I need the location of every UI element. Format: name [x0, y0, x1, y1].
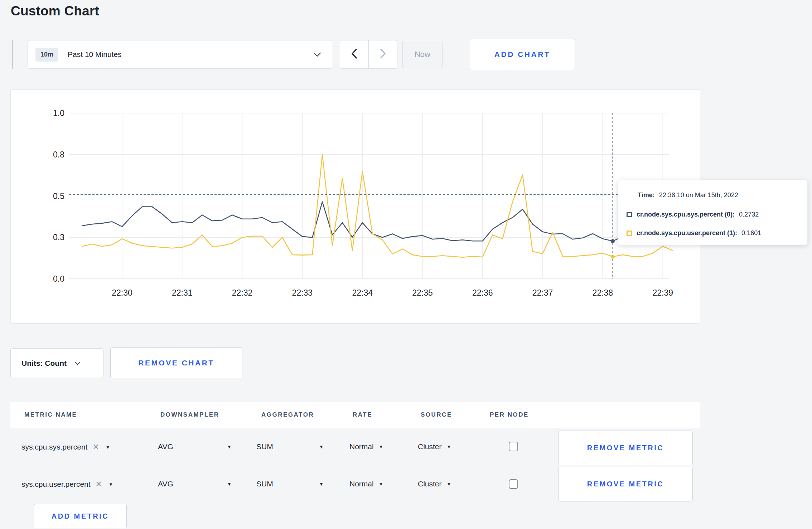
- units-select[interactable]: Units: Count: [10, 348, 103, 378]
- now-button-label: Now: [415, 50, 430, 59]
- add-chart-label: ADD CHART: [494, 50, 550, 59]
- source-select[interactable]: Cluster ▼: [418, 480, 451, 488]
- svg-text:22:33: 22:33: [292, 288, 313, 297]
- chevron-down-icon: [74, 361, 81, 365]
- source-select[interactable]: Cluster ▼: [418, 442, 451, 451]
- col-header-downsampler: DOWNSAMPLER: [160, 411, 219, 418]
- time-back-button[interactable]: [340, 40, 369, 68]
- remove-metric-button[interactable]: REMOVE METRIC: [558, 431, 693, 465]
- chart-panel: 0.00.30.50.81.022:3022:3122:3222:3322:34…: [10, 89, 700, 324]
- col-header-aggregator: AGGREGATOR: [261, 411, 314, 418]
- svg-text:0.0: 0.0: [53, 274, 64, 283]
- svg-text:0.3: 0.3: [53, 233, 64, 242]
- series-swatch-user-icon: [627, 230, 632, 236]
- caret-down-icon: ▼: [227, 481, 232, 487]
- now-button[interactable]: Now: [402, 41, 443, 68]
- svg-text:22:37: 22:37: [532, 288, 553, 297]
- time-window-badge: 10m: [35, 48, 58, 62]
- chevron-right-icon: [380, 49, 386, 60]
- col-header-per-node: PER NODE: [490, 411, 529, 418]
- svg-text:22:30: 22:30: [112, 288, 132, 297]
- caret-down-icon: ▼: [106, 445, 110, 450]
- remove-chart-label: REMOVE CHART: [138, 359, 214, 367]
- tooltip-time-label: Time:: [638, 191, 655, 199]
- caret-down-icon: ▼: [379, 481, 383, 487]
- svg-text:22:35: 22:35: [412, 288, 433, 297]
- svg-text:22:32: 22:32: [232, 288, 253, 297]
- add-chart-button[interactable]: ADD CHART: [470, 39, 575, 70]
- rate-select[interactable]: Normal ▼: [349, 442, 383, 451]
- series-swatch-sys-icon: [627, 212, 632, 217]
- units-label: Units: Count: [21, 359, 67, 368]
- chart-tooltip: Time: 22:38:10 on Mar 15th, 2022 cr.node…: [618, 180, 808, 245]
- svg-text:22:38: 22:38: [593, 288, 613, 297]
- toolbar-divider: [12, 40, 13, 69]
- svg-text:1.0: 1.0: [53, 108, 64, 118]
- caret-down-icon: ▼: [447, 444, 451, 450]
- downsampler-select[interactable]: AVG ▼: [158, 480, 173, 488]
- rate-select[interactable]: Normal ▼: [349, 480, 383, 488]
- per-node-checkbox[interactable]: [509, 479, 518, 489]
- downsampler-select[interactable]: AVG ▼: [158, 442, 173, 451]
- svg-text:22:34: 22:34: [352, 288, 373, 297]
- tooltip-series-0-name: cr.node.sys.cpu.sys.percent (0):: [637, 211, 735, 218]
- caret-down-icon: ▼: [108, 482, 113, 487]
- page-title: Custom Chart: [11, 4, 99, 19]
- clear-metric-icon[interactable]: ✕: [92, 442, 99, 452]
- caret-down-icon: ▼: [319, 444, 324, 450]
- time-window-select[interactable]: 10m Past 10 Minutes: [28, 40, 332, 69]
- metric-name-select[interactable]: sys.cpu.user.percent ✕ ▼: [21, 480, 113, 489]
- remove-metric-button[interactable]: REMOVE METRIC: [558, 467, 693, 501]
- time-window-label: Past 10 Minutes: [68, 50, 122, 59]
- col-header-source: SOURCE: [421, 411, 452, 418]
- svg-text:0.5: 0.5: [53, 191, 64, 201]
- chevron-left-icon: [351, 49, 357, 60]
- tooltip-series-1-name: cr.node.sys.cpu.user.percent (1):: [637, 229, 737, 237]
- time-nav-group: [340, 40, 397, 69]
- tooltip-series-1-value: 0.1601: [741, 229, 761, 237]
- tooltip-series-0-value: 0.2732: [739, 211, 759, 218]
- caret-down-icon: ▼: [227, 444, 232, 450]
- svg-text:22:31: 22:31: [172, 288, 193, 297]
- metric-name-select[interactable]: sys.cpu.sys.percent ✕ ▼: [21, 442, 110, 452]
- svg-text:22:39: 22:39: [652, 288, 673, 297]
- clear-metric-icon[interactable]: ✕: [96, 480, 102, 489]
- caret-down-icon: ▼: [447, 481, 451, 487]
- aggregator-select[interactable]: SUM ▼: [256, 442, 273, 451]
- per-node-checkbox[interactable]: [509, 442, 518, 451]
- chevron-down-icon: [313, 52, 321, 57]
- remove-chart-button[interactable]: REMOVE CHART: [110, 347, 242, 378]
- aggregator-select[interactable]: SUM ▼: [256, 480, 273, 488]
- svg-text:0.8: 0.8: [53, 150, 64, 159]
- col-header-metric-name: METRIC NAME: [24, 411, 77, 418]
- col-header-rate: RATE: [353, 411, 372, 418]
- metrics-table-header: METRIC NAME DOWNSAMPLER AGGREGATOR RATE …: [10, 402, 700, 428]
- caret-down-icon: ▼: [319, 481, 324, 487]
- svg-text:22:36: 22:36: [472, 288, 493, 297]
- time-series-chart[interactable]: 0.00.30.50.81.022:3022:3122:3222:3322:34…: [11, 90, 700, 323]
- add-metric-button[interactable]: ADD METRIC: [34, 504, 127, 528]
- time-forward-button[interactable]: [369, 40, 397, 68]
- tooltip-time-value: 22:38:10 on Mar 15th, 2022: [659, 191, 738, 199]
- caret-down-icon: ▼: [379, 444, 383, 450]
